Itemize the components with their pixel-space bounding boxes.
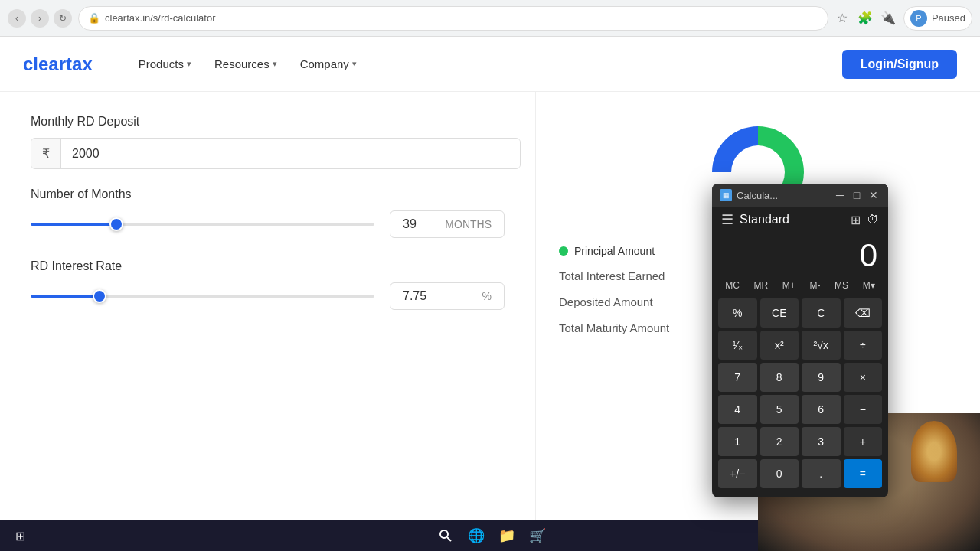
interest-slider-thumb[interactable] xyxy=(93,289,106,303)
nav-resources[interactable]: Resources ▾ xyxy=(214,57,277,70)
maximize-button[interactable]: □ xyxy=(850,188,864,202)
mc-button[interactable]: MC xyxy=(722,279,743,292)
months-section: Number of Months 39 MONTHS xyxy=(31,187,505,238)
calc-app-icon: ▦ xyxy=(720,189,732,201)
taskbar-search[interactable] xyxy=(432,522,459,549)
address-bar[interactable]: 🔒 cleartax.in/s/rd-calculator xyxy=(78,6,828,31)
seven-button[interactable]: 7 xyxy=(718,363,757,392)
months-value: 39 xyxy=(403,217,416,231)
taskbar-store[interactable]: 🛒 xyxy=(524,522,551,549)
logo: cleartax xyxy=(23,54,93,75)
calc-titlebar: ▦ Calcula... ─ □ ✕ xyxy=(712,184,888,207)
taskbar-browser[interactable]: 🌐 xyxy=(462,522,490,549)
equals-button[interactable]: = xyxy=(844,459,883,488)
decimal-button[interactable]: . xyxy=(802,459,841,488)
maturity-label: Total Maturity Amount xyxy=(559,321,669,334)
products-label: Products xyxy=(139,57,184,70)
principal-dot xyxy=(559,246,568,256)
interest-section: RD Interest Rate 7.75 % xyxy=(31,259,505,310)
back-button[interactable]: ‹ xyxy=(8,9,26,28)
calc-row-3: 7 8 9 × xyxy=(718,363,882,392)
months-value-box: 39 MONTHS xyxy=(390,210,505,238)
refresh-button[interactable]: ↻ xyxy=(54,9,72,28)
hamburger-icon[interactable]: ☰ xyxy=(721,211,733,228)
divide-button[interactable]: ÷ xyxy=(844,331,883,360)
calc-window-buttons: ─ □ ✕ xyxy=(833,188,880,202)
avatar: P xyxy=(910,10,927,27)
profile-status: Paused xyxy=(932,12,965,24)
minimize-button[interactable]: ─ xyxy=(833,188,847,202)
logo-suffix: tax xyxy=(66,54,93,74)
taskbar-files[interactable]: 📁 xyxy=(493,522,521,549)
profile-area[interactable]: P Paused xyxy=(903,6,972,31)
multiply-button[interactable]: × xyxy=(844,363,883,392)
start-button[interactable]: ⊞ xyxy=(8,523,32,548)
mdown-button[interactable]: M▾ xyxy=(860,279,878,292)
nine-button[interactable]: 9 xyxy=(802,363,841,392)
navbar: cleartax Products ▾ Resources ▾ Company … xyxy=(0,37,980,92)
mr-button[interactable]: MR xyxy=(751,279,772,292)
calc-row-6: +/− 0 . = xyxy=(718,459,882,488)
calc-left-panel: Monthly RD Deposit ₹ Number of Months 39… xyxy=(0,92,536,520)
subtract-button[interactable]: − xyxy=(844,395,883,424)
svg-line-2 xyxy=(447,537,451,541)
calc-view-icon[interactable]: ⊞ xyxy=(851,213,861,227)
deposit-input[interactable] xyxy=(61,139,520,168)
percent-button[interactable]: % xyxy=(718,298,757,328)
ms-button[interactable]: MS xyxy=(831,279,851,292)
deposit-input-group: ₹ xyxy=(31,138,521,169)
forward-button[interactable]: › xyxy=(31,9,49,28)
months-slider-track[interactable] xyxy=(31,223,374,226)
calc-mode-row: ☰ Standard ⊞ ⏱ xyxy=(721,211,879,228)
total-interest-label: Total Interest Earned xyxy=(559,269,665,282)
interest-slider-fill xyxy=(31,295,100,298)
three-button[interactable]: 3 xyxy=(802,427,841,456)
nav-products[interactable]: Products ▾ xyxy=(139,57,191,70)
extensions-icon[interactable]: 🧩 xyxy=(858,11,873,26)
square-button[interactable]: x² xyxy=(760,331,799,360)
reciprocal-button[interactable]: ¹⁄ₓ xyxy=(718,331,757,360)
sign-button[interactable]: +/− xyxy=(718,459,757,488)
mplus-button[interactable]: M+ xyxy=(779,279,799,292)
backspace-button[interactable]: ⌫ xyxy=(844,298,883,328)
six-button[interactable]: 6 xyxy=(802,395,841,424)
deposited-label: Deposited Amount xyxy=(559,295,653,308)
calc-mode-name: Standard xyxy=(740,213,844,227)
close-button[interactable]: ✕ xyxy=(867,188,880,202)
calc-row-1: % CE C ⌫ xyxy=(718,298,882,328)
nav-company[interactable]: Company ▾ xyxy=(300,57,357,70)
months-slider-wrapper: 39 MONTHS xyxy=(31,210,505,238)
url-text: cleartax.in/s/rd-calculator xyxy=(105,12,216,24)
sqrt-button[interactable]: ²√x xyxy=(802,331,841,360)
months-unit: MONTHS xyxy=(445,218,492,230)
svg-point-1 xyxy=(440,530,448,538)
resources-label: Resources xyxy=(214,57,270,70)
interest-slider-wrapper: 7.75 % xyxy=(31,282,505,310)
four-button[interactable]: 4 xyxy=(718,395,757,424)
interest-value: 7.75 xyxy=(403,289,426,303)
eight-button[interactable]: 8 xyxy=(760,363,799,392)
two-button[interactable]: 2 xyxy=(760,427,799,456)
months-slider-thumb[interactable] xyxy=(109,217,123,231)
calc-history-icon[interactable]: ⏱ xyxy=(867,213,879,227)
profile-extensions-icon[interactable]: 🔌 xyxy=(880,11,896,26)
login-button[interactable]: Login/Signup xyxy=(842,50,957,79)
ce-button[interactable]: CE xyxy=(760,298,799,328)
five-button[interactable]: 5 xyxy=(760,395,799,424)
calc-mode-icons: ⊞ ⏱ xyxy=(851,213,879,227)
c-button[interactable]: C xyxy=(802,298,841,328)
mminus-button[interactable]: M- xyxy=(806,279,823,292)
video-lamp xyxy=(911,421,957,482)
add-button[interactable]: + xyxy=(844,427,883,456)
one-button[interactable]: 1 xyxy=(718,427,757,456)
calc-title-left: ▦ Calcula... xyxy=(720,189,778,201)
currency-symbol: ₹ xyxy=(31,139,61,168)
products-chevron: ▾ xyxy=(187,59,191,69)
bookmark-icon[interactable]: ☆ xyxy=(835,11,850,26)
calc-buttons: % CE C ⌫ ¹⁄ₓ x² ²√x ÷ 7 8 9 × 4 5 6 − 1 xyxy=(712,295,888,497)
browser-chrome: ‹ › ↻ 🔒 cleartax.in/s/rd-calculator ☆ 🧩 … xyxy=(0,0,980,37)
interest-slider-track[interactable] xyxy=(31,295,374,298)
interest-value-box: 7.75 % xyxy=(390,282,505,310)
zero-button[interactable]: 0 xyxy=(760,459,799,488)
principal-legend-text: Principal Amount xyxy=(574,245,655,257)
